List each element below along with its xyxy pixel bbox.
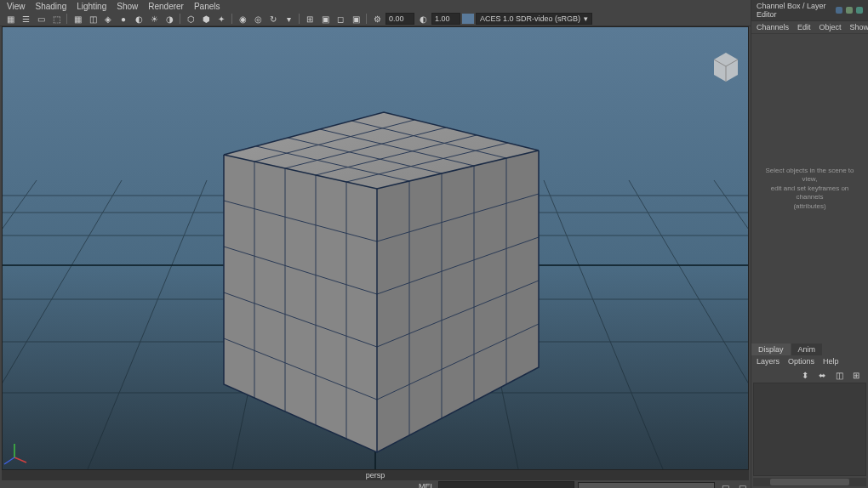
menu-lighting[interactable]: Lighting <box>77 2 106 11</box>
mel-input[interactable] <box>438 481 575 488</box>
xray-icon[interactable]: ⬢ <box>199 13 213 25</box>
cb-menu-show[interactable]: Show <box>850 23 868 31</box>
view-transform-icon[interactable]: ↻ <box>266 13 280 25</box>
char-set-icon[interactable]: ▭ <box>718 480 732 488</box>
camera-label: persp <box>2 470 749 480</box>
layer-h-scroll[interactable] <box>753 478 866 486</box>
image-plane-icon[interactable]: ▭ <box>34 13 48 25</box>
viewport-toolbar: ▦ ☰ ▭ ⬚ ▦ ◫ ◈ ● ◐ ☀ ◑ ⬡ ⬢ ✦ ◉ ◎ ↻ ▾ <box>0 12 751 26</box>
cb-menu-channels[interactable]: Channels <box>757 23 789 31</box>
camera-icon[interactable]: ▣ <box>349 13 363 25</box>
contrast-icon[interactable]: ◐ <box>416 13 430 25</box>
menu-renderer[interactable]: Renderer <box>148 2 184 11</box>
swatch-icon[interactable] <box>462 14 474 24</box>
create-layer-icon[interactable]: ⊞ <box>849 369 863 381</box>
isolate-icon[interactable]: ⬡ <box>184 13 197 25</box>
shaded-icon[interactable]: ● <box>117 13 130 25</box>
move-layer-down-icon[interactable]: ⬌ <box>815 369 829 381</box>
textured-icon[interactable]: ◐ <box>132 13 146 25</box>
move-layer-up-icon[interactable]: ⬍ <box>798 369 812 381</box>
viewport-menu-bar: View Shading Lighting Show Renderer Pane… <box>0 0 751 12</box>
grid-icon[interactable]: ▦ <box>71 13 84 25</box>
gamma-icon[interactable]: ◎ <box>251 13 265 25</box>
panel-icon-3[interactable] <box>856 7 863 14</box>
auto-key-icon[interactable]: ▭ <box>735 480 749 488</box>
channel-box-title: Channel Box / Layer Editor <box>757 2 836 19</box>
bookmark-icon[interactable]: ☰ <box>19 13 32 25</box>
tab-anim[interactable]: Anim <box>791 343 824 355</box>
layer-list[interactable] <box>753 383 866 476</box>
wireframe-icon[interactable]: ◈ <box>101 13 115 25</box>
channel-box-hint: Select objects in the scene to view, edi… <box>757 167 862 211</box>
cb-menu-object[interactable]: Object <box>819 23 842 31</box>
create-empty-layer-icon[interactable]: ◫ <box>832 369 846 381</box>
viewport[interactable] <box>2 26 749 470</box>
timeline: MEL ▭ ▭ <box>0 480 751 488</box>
viewport-scene <box>3 27 748 469</box>
gate-mask-icon[interactable]: ◫ <box>86 13 100 25</box>
tab-display[interactable]: Display <box>751 343 791 355</box>
overlay-icon[interactable]: ▣ <box>318 13 332 25</box>
shadows-icon[interactable]: ◑ <box>163 13 176 25</box>
expose-icon[interactable]: ◉ <box>236 13 249 25</box>
panel-icon-2[interactable] <box>846 7 853 14</box>
film-gate-icon[interactable]: ⬚ <box>49 13 63 25</box>
range-slider[interactable] <box>578 482 715 488</box>
safe-icon[interactable]: ◻ <box>334 13 347 25</box>
layer-menu-options[interactable]: Options <box>788 357 814 366</box>
mel-label: MEL <box>419 482 435 488</box>
select-camera-icon[interactable]: ▦ <box>3 13 17 25</box>
xray-joint-icon[interactable]: ✦ <box>214 13 228 25</box>
gear-icon[interactable]: ⚙ <box>370 13 384 25</box>
gamma-field[interactable]: 1.00 <box>431 13 460 25</box>
channel-box-panel: Channel Box / Layer Editor Channels Edit… <box>751 0 868 488</box>
cb-menu-edit[interactable]: Edit <box>797 23 811 31</box>
menu-show[interactable]: Show <box>117 2 138 11</box>
exposure-field[interactable]: 0.00 <box>385 13 414 25</box>
lights-icon[interactable]: ☀ <box>147 13 161 25</box>
menu-panels[interactable]: Panels <box>194 2 220 11</box>
resolution-icon[interactable]: ⊞ <box>303 13 317 25</box>
menu-shading[interactable]: Shading <box>36 2 67 11</box>
layer-tabs: Display Anim <box>751 343 868 355</box>
colorspace-dropdown[interactable]: ACES 1.0 SDR-video (sRGB) ▾ <box>476 13 592 25</box>
panel-icon-1[interactable] <box>836 7 842 14</box>
layer-menu-help[interactable]: Help <box>823 357 839 366</box>
dropdown-icon[interactable]: ▾ <box>282 13 295 25</box>
layer-menu-layers[interactable]: Layers <box>757 357 779 366</box>
menu-view[interactable]: View <box>7 2 26 11</box>
